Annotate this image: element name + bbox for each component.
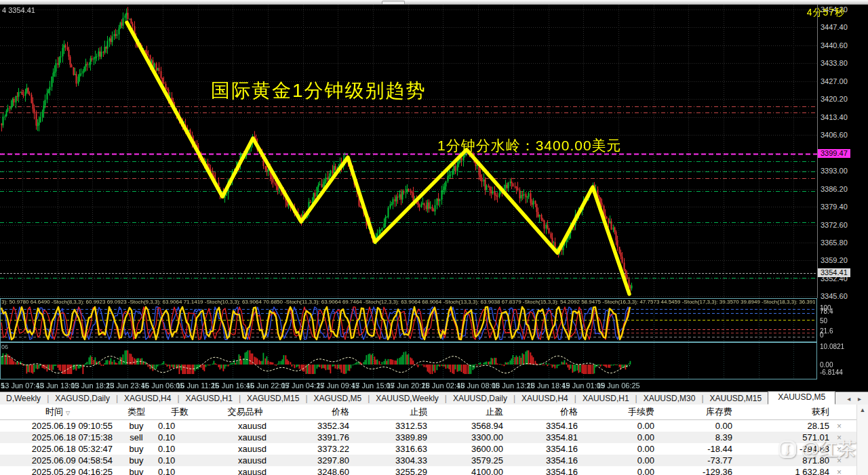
- price-badge: 3354.41: [818, 268, 850, 277]
- table-header-3[interactable]: 手数: [157, 405, 202, 420]
- table-header-4[interactable]: 交易品种: [202, 405, 288, 420]
- table-cell: 2025.06.18 07:15:38: [0, 432, 115, 443]
- table-cell: 3255.29: [356, 466, 434, 475]
- table-cell: 3300.00: [434, 432, 510, 443]
- chart-tab-d-weekly[interactable]: D,Weekly: [0, 393, 47, 405]
- price-tick: 3447.40: [821, 23, 848, 31]
- price-tick: 3413.40: [821, 113, 848, 121]
- stochastic-axis: 10078.45021.60: [820, 298, 867, 342]
- close-position-icon[interactable]: ×: [836, 420, 856, 432]
- table-header-11[interactable]: 获利: [739, 405, 836, 420]
- price-tick: 3365.80: [821, 239, 848, 247]
- chart-tab-xagusd-h4[interactable]: XAGUSD,H4: [118, 393, 177, 405]
- close-position-icon[interactable]: ×: [836, 443, 856, 455]
- table-cell: 0.10: [157, 420, 202, 432]
- table-cell: 3354.16: [510, 455, 585, 466]
- table-cell: 2025.06.09 04:58:54: [0, 455, 115, 466]
- table-header-9[interactable]: 手续费: [585, 405, 661, 420]
- close-position-icon[interactable]: ×: [836, 455, 856, 466]
- table-cell: xauusd: [202, 455, 288, 466]
- table-row[interactable]: 2025.06.09 04:58:54buy0.10xauusd3297.803…: [0, 455, 856, 466]
- chart-tab-xagusd-h1[interactable]: XAGUSD,H1: [180, 393, 239, 405]
- table-header-10[interactable]: 库存费: [661, 405, 739, 420]
- table-header-7[interactable]: 止盈: [434, 405, 510, 420]
- chart-tab-xauusd-h1[interactable]: XAUUSD,H1: [576, 393, 635, 405]
- table-cell: 3391.76: [288, 432, 356, 443]
- table-cell: 3297.80: [288, 455, 356, 466]
- table-cell: 28.15: [739, 420, 836, 432]
- table-cell: 0.00: [585, 432, 661, 443]
- table-cell: 0.00: [585, 420, 661, 432]
- sort-icon: ▽: [66, 410, 70, 416]
- table-header-8[interactable]: 价格: [510, 405, 585, 420]
- price-badge: 3399.47: [818, 149, 850, 158]
- stochastic-panel[interactable]: 3): 50.9780 64.6490 -Stoch(8,3,3): 60.99…: [0, 298, 868, 342]
- table-cell: 8.39: [661, 432, 739, 443]
- table-cell: 0.00: [585, 466, 661, 475]
- table-row[interactable]: 2025.06.18 05:32:47buy0.10xauusd3373.223…: [0, 443, 856, 455]
- table-cell: 3352.34: [288, 420, 356, 432]
- price-tick: 3386.20: [821, 185, 848, 193]
- scroll-up-icon[interactable]: ▲: [857, 405, 868, 413]
- chart-tab-xauusd-weekly[interactable]: XAUUSD,Weekly: [370, 393, 444, 405]
- table-cell: -18.44: [661, 443, 739, 455]
- table-cell: 3312.53: [356, 420, 434, 432]
- chart-tab-xauusd-m30[interactable]: XAUUSD,M30: [637, 393, 702, 405]
- table-row[interactable]: 2025.06.18 07:15:38sell0.10xauusd3391.76…: [0, 432, 856, 443]
- indicator-axis-tick: 0.00: [820, 361, 833, 369]
- main-chart-region[interactable]: 4 3354.41 4分57秒 国际黄金1分钟级别趋势 1分钟分水岭：3400.…: [0, 5, 868, 298]
- chart-tab-xauusd-daily[interactable]: XAUUSD,Daily: [447, 393, 513, 405]
- chart-tab-xagusd-m5[interactable]: XAGUSD,M5: [308, 393, 368, 405]
- table-cell: 2025.06.19 09:10:55: [0, 420, 115, 432]
- price-tick: 3440.60: [821, 41, 848, 49]
- chart-tab-xauusd-m5[interactable]: XAUUSD,M5: [768, 391, 835, 405]
- price-tick: 3427.00: [821, 77, 848, 85]
- oscillator-axis: 10.08210.00-6.8144: [820, 342, 867, 379]
- chart-tab-xagusd-daily[interactable]: XAGUSD,Daily: [49, 393, 116, 405]
- chart-tab-xagusd-m15[interactable]: XAGUSD,M15: [241, 393, 305, 405]
- table-cell: 3248.60: [288, 466, 356, 475]
- close-position-icon[interactable]: ×: [836, 432, 856, 443]
- chart-tab-xauusd-h4[interactable]: XAUUSD,H4: [515, 393, 574, 405]
- table-cell: 2025.06.18 05:32:47: [0, 443, 115, 455]
- price-axis[interactable]: 3454.203447.403440.603433.803427.003420.…: [818, 5, 868, 298]
- table-row[interactable]: 2025.05.29 04:16:25buy0.10xauusd3248.603…: [0, 466, 856, 475]
- table-cell: 0.10: [157, 466, 202, 475]
- annotation-trend-title: 国际黄金1分钟级别趋势: [211, 78, 427, 104]
- close-position-icon[interactable]: ×: [836, 466, 856, 475]
- table-cell: -129.36: [661, 466, 739, 475]
- table-cell: 0.10: [157, 455, 202, 466]
- table-scrollbar[interactable]: ▲: [856, 405, 868, 475]
- candlestick-chart-canvas[interactable]: [0, 5, 817, 298]
- table-cell: 3579.25: [434, 455, 510, 466]
- table-header-1[interactable]: 时间▽: [0, 405, 115, 420]
- time-axis[interactable]: 513 Jun 07:4513 Jun 13:0513 Jun 18:2513 …: [0, 379, 868, 392]
- table-cell: 3373.22: [288, 443, 356, 455]
- price-tick: 3372.60: [821, 221, 848, 229]
- chart-tab-xauusd-m15[interactable]: XAUUSD,M15: [704, 393, 768, 405]
- tab-scroll-arrows[interactable]: ◂ ▸: [847, 395, 864, 402]
- table-cell: xauusd: [202, 432, 288, 443]
- mt4-window: 4 3354.41 4分57秒 国际黄金1分钟级别趋势 1分钟分水岭：3400.…: [0, 0, 868, 475]
- table-cell: xauusd: [202, 466, 288, 475]
- chart-tab-bar: D,Weekly|XAGUSD,Daily|XAGUSD,H4|XAGUSD,H…: [0, 392, 868, 405]
- table-cell: 3354.16: [510, 443, 585, 455]
- table-header-5[interactable]: 价格: [288, 405, 356, 420]
- table-header-6[interactable]: 止损: [356, 405, 434, 420]
- table-cell: 3568.94: [434, 420, 510, 432]
- oscillator-panel[interactable]: 06 10.08210.00-6.8144: [0, 342, 868, 379]
- trade-history-table: 时间▽类型手数交易品种价格止损止盈价格手续费库存费获利2025.06.19 09…: [0, 405, 868, 475]
- table-cell: 3354.81: [510, 432, 585, 443]
- table-row[interactable]: 2025.06.19 09:10:55buy0.10xauusd3352.343…: [0, 420, 856, 432]
- price-tick: 3420.20: [821, 95, 848, 103]
- table-cell: 3600.00: [434, 443, 510, 455]
- table-header-2[interactable]: 类型: [115, 405, 157, 420]
- table-cell: -73.77: [661, 455, 739, 466]
- toolbar-collapse-handle[interactable]: [382, 1, 405, 4]
- table-cell: -294.83: [739, 443, 836, 455]
- indicator-axis-tick: 78.4: [820, 308, 833, 315]
- oscillator-label: 06: [1, 344, 8, 350]
- oscillator-canvas[interactable]: [0, 342, 817, 379]
- table-cell: 0.10: [157, 432, 202, 443]
- price-tick: 3393.00: [821, 167, 848, 175]
